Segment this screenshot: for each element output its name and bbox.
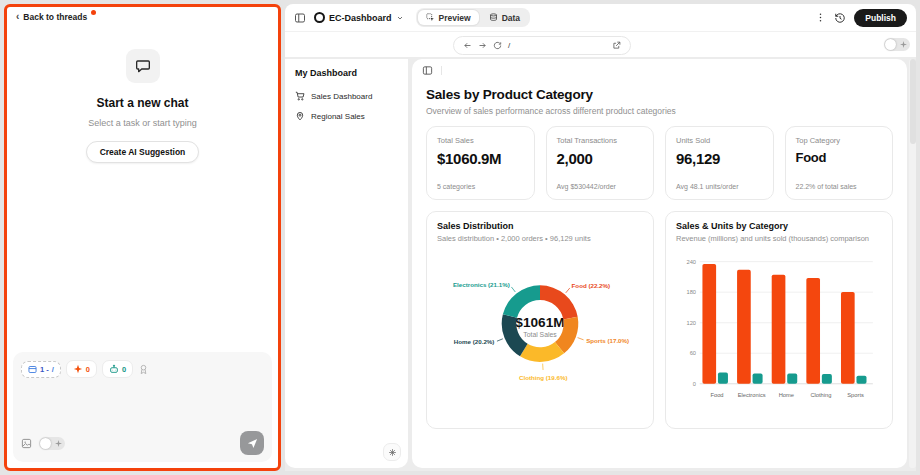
- donut-slice-electronics: [503, 285, 540, 318]
- bar-home-series1: [787, 374, 797, 384]
- sidebar-assist-button[interactable]: [383, 443, 401, 461]
- x-tick-label: Clothing: [810, 392, 831, 398]
- tab-data-label: Data: [502, 13, 520, 23]
- chart-subtitle: Revenue (millions) and units sold (thous…: [676, 234, 882, 243]
- url-bar[interactable]: /: [453, 36, 631, 55]
- bar-sports-series1: [856, 376, 866, 384]
- sidebar-item-sales-dashboard[interactable]: Sales Dashboard: [285, 86, 408, 106]
- x-tick-label: Electronics: [738, 392, 766, 398]
- agent-count: 0: [122, 365, 126, 374]
- history-icon[interactable]: [834, 12, 846, 24]
- donut-label-line: [511, 287, 515, 292]
- create-ai-suggestion-button[interactable]: Create AI Suggestion: [86, 141, 200, 163]
- kebab-menu-icon[interactable]: [815, 12, 826, 23]
- workspace: My Dashboard Sales Dashboard Regional Sa…: [285, 57, 916, 471]
- bar-food-series1: [718, 373, 728, 384]
- donut-label: Electronics (21.1%): [453, 281, 510, 288]
- cart-icon: [295, 91, 305, 101]
- sidebar-toggle-icon[interactable]: [294, 12, 306, 24]
- donut-slice-food: [540, 285, 578, 319]
- chat-bubble-icon: [135, 58, 151, 74]
- agent-robot-icon: [109, 364, 119, 374]
- sales-units-card: Sales & Units by Category Revenue (milli…: [665, 211, 893, 429]
- x-tick-label: Home: [779, 392, 794, 398]
- asterisk-icon: [388, 448, 397, 457]
- browser-context-badge[interactable]: 1 - /: [21, 361, 61, 378]
- chart-title: Sales & Units by Category: [676, 221, 882, 231]
- chart-title: Sales Distribution: [437, 221, 643, 231]
- dashboard-canvas: Sales by Product Category Overview of sa…: [412, 59, 907, 468]
- toggle-knob: [885, 39, 896, 50]
- sparkle-icon: [55, 440, 62, 447]
- bar-sports-series0: [841, 292, 855, 384]
- tab-preview-label: Preview: [439, 13, 471, 23]
- donut-chart: $1061M Total Sales Food (22.2%)Sports (1…: [437, 244, 643, 416]
- kpi-title: Total Sales: [437, 136, 524, 145]
- toggle-knob: [40, 438, 51, 449]
- kpi-title: Units Sold: [676, 136, 763, 145]
- bar-electronics-series1: [753, 374, 763, 384]
- bar-food-series0: [702, 264, 716, 384]
- donut-label: Food (22.2%): [572, 282, 611, 289]
- project-switcher[interactable]: EC-Dashboard: [314, 12, 404, 23]
- x-tick-label: Food: [710, 392, 723, 398]
- kpi-value: Food: [796, 150, 883, 165]
- image-icon[interactable]: [21, 438, 32, 449]
- ai-mode-toggle[interactable]: [39, 437, 65, 450]
- scrollbar-thumb[interactable]: [910, 59, 916, 144]
- canvas-toolbar: [412, 59, 907, 79]
- view-switcher: Preview Data: [416, 8, 531, 27]
- send-button[interactable]: [240, 431, 264, 455]
- sparkle-icon: [900, 41, 907, 48]
- kpi-title: Total Transactions: [557, 136, 644, 145]
- page-title: Sales by Product Category: [426, 87, 893, 102]
- back-to-threads-label: Back to threads: [23, 12, 87, 22]
- map-pin-icon: [295, 111, 305, 121]
- chevron-down-icon: [396, 14, 404, 22]
- x-tick-label: Sports: [847, 392, 864, 398]
- browser-window-icon: [28, 365, 37, 374]
- preview-navbar: /: [285, 31, 916, 57]
- donut-label-line: [566, 288, 570, 293]
- sidebar-item-label: Sales Dashboard: [311, 92, 372, 101]
- browser-badge-path: /: [52, 365, 54, 374]
- topbar: EC-Dashboard Preview Data: [285, 4, 916, 31]
- external-link-icon[interactable]: [612, 41, 621, 50]
- y-tick-label: 120: [686, 320, 696, 326]
- refresh-icon[interactable]: [493, 41, 502, 50]
- bar-clothing-series0: [806, 278, 820, 384]
- chat-panel: ‹ Back to threads Start a new chat Selec…: [4, 4, 281, 471]
- kpi-row: Total Sales $1060.9M 5 categories Total …: [426, 126, 893, 200]
- sidebar-title: My Dashboard: [285, 59, 408, 86]
- kpi-title: Top Category: [796, 136, 883, 145]
- kpi-value: 96,129: [676, 150, 763, 167]
- sidebar-item-regional-sales[interactable]: Regional Sales: [285, 106, 408, 126]
- empty-state-title: Start a new chat: [7, 96, 278, 110]
- toolbar-divider: [441, 66, 442, 75]
- preview-ai-toggle[interactable]: [884, 38, 910, 51]
- publish-button[interactable]: Publish: [854, 9, 907, 27]
- error-count-badge[interactable]: 0: [66, 360, 97, 378]
- dashboard-sidebar: My Dashboard Sales Dashboard Regional Sa…: [285, 59, 408, 468]
- tab-data[interactable]: Data: [481, 10, 528, 25]
- tab-preview[interactable]: Preview: [418, 10, 479, 25]
- sidebar-item-label: Regional Sales: [311, 112, 365, 121]
- y-tick-label: 0: [693, 381, 696, 387]
- agent-count-badge[interactable]: 0: [102, 360, 133, 378]
- vertical-scrollbar[interactable]: [909, 59, 916, 468]
- right-section: EC-Dashboard Preview Data: [285, 4, 916, 471]
- donut-label-line: [497, 339, 503, 341]
- y-tick-label: 180: [686, 289, 696, 295]
- stamp-icon[interactable]: [138, 364, 149, 375]
- forward-arrow-icon[interactable]: [478, 41, 487, 50]
- back-arrow-icon[interactable]: [463, 41, 472, 50]
- panel-left-icon[interactable]: [422, 65, 433, 76]
- bar-home-series0: [772, 275, 786, 384]
- chat-composer[interactable]: 1 - / 0 0: [13, 352, 272, 462]
- sales-distribution-card: Sales Distribution Sales distribution • …: [426, 211, 654, 429]
- back-to-threads-button[interactable]: ‹ Back to threads: [16, 12, 96, 22]
- kpi-card-top-category: Top Category Food 22.2% of total sales: [785, 126, 894, 200]
- page-subtitle: Overview of sales performance across dif…: [426, 106, 893, 116]
- url-path: /: [508, 41, 510, 50]
- kpi-sub: 5 categories: [437, 183, 524, 190]
